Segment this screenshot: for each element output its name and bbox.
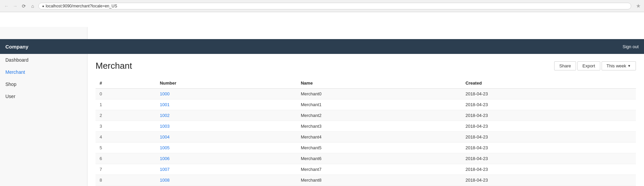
sidebar-item-dashboard[interactable]: Dashboard xyxy=(0,54,87,66)
header-actions: Share Export This week ▼ xyxy=(554,61,636,70)
cell-index: 5 xyxy=(96,143,156,153)
sidebar-label-merchant: Merchant xyxy=(5,69,25,75)
cell-number[interactable]: 1004 xyxy=(156,132,297,143)
col-header-number: Number xyxy=(156,78,297,89)
url-text: localhost:9090/merchant?locale=en_US xyxy=(46,4,117,8)
table-row[interactable]: 61006Merchant62018-04-23 xyxy=(96,153,636,164)
sidebar-item-shop[interactable]: Shop xyxy=(0,78,87,90)
sidebar-item-merchant[interactable]: Merchant xyxy=(0,66,87,78)
table-row[interactable]: 41004Merchant42018-04-23 xyxy=(96,132,636,143)
forward-button[interactable]: → xyxy=(12,3,18,9)
cell-created: 2018-04-23 xyxy=(461,89,636,99)
share-button[interactable]: Share xyxy=(554,61,576,70)
cell-name: Merchant7 xyxy=(297,164,461,175)
lock-icon: ● xyxy=(42,4,44,8)
cell-number[interactable]: 1003 xyxy=(156,121,297,132)
chevron-down-icon: ▼ xyxy=(628,64,631,68)
table-row[interactable]: 51005Merchant52018-04-23 xyxy=(96,143,636,153)
table-row[interactable]: 81008Merchant82018-04-23 xyxy=(96,175,636,186)
cell-created: 2018-04-23 xyxy=(461,132,636,143)
table-row[interactable]: 01000Merchant02018-04-23 xyxy=(96,89,636,99)
cell-created: 2018-04-23 xyxy=(461,143,636,153)
reload-button[interactable]: ⟳ xyxy=(21,3,27,9)
cell-name: Merchant1 xyxy=(297,99,461,110)
cell-number[interactable]: 1008 xyxy=(156,175,297,186)
col-header-index: # xyxy=(96,78,156,89)
this-week-button[interactable]: This week ▼ xyxy=(602,61,636,70)
cell-index: 1 xyxy=(96,99,156,110)
sidebar-label-shop: Shop xyxy=(5,82,16,87)
cell-created: 2018-04-23 xyxy=(461,121,636,132)
merchant-table: # Number Name Created 01000Merchant02018… xyxy=(96,78,636,186)
content-area: Company Sign out Dashboard Merchant Shop… xyxy=(0,27,644,186)
sidebar-label-dashboard: Dashboard xyxy=(5,57,29,63)
cell-name: Merchant2 xyxy=(297,110,461,121)
cell-created: 2018-04-23 xyxy=(461,110,636,121)
bookmark-button[interactable]: ★ xyxy=(636,3,641,9)
brand-name: Company xyxy=(5,44,28,50)
export-button[interactable]: Export xyxy=(577,61,600,70)
cell-index: 2 xyxy=(96,110,156,121)
cell-number[interactable]: 1002 xyxy=(156,110,297,121)
browser-chrome: ← → ⟳ ⌂ ● localhost:9090/merchant?locale… xyxy=(0,0,644,12)
top-nav: Company Sign out xyxy=(0,39,644,54)
sidebar-label-user: User xyxy=(5,94,15,99)
cell-name: Merchant3 xyxy=(297,121,461,132)
table-header-row: # Number Name Created xyxy=(96,78,636,89)
cell-index: 0 xyxy=(96,89,156,99)
address-bar[interactable]: ● localhost:9090/merchant?locale=en_US xyxy=(38,3,631,9)
home-button[interactable]: ⌂ xyxy=(30,3,36,9)
cell-index: 8 xyxy=(96,175,156,186)
main-content: Merchant Share Export This week ▼ # Numb… xyxy=(87,54,644,186)
cell-created: 2018-04-23 xyxy=(461,164,636,175)
cell-name: Merchant5 xyxy=(297,143,461,153)
col-header-created: Created xyxy=(461,78,636,89)
back-button[interactable]: ← xyxy=(3,3,9,9)
table-row[interactable]: 21002Merchant22018-04-23 xyxy=(96,110,636,121)
cell-index: 7 xyxy=(96,164,156,175)
sign-out-link[interactable]: Sign out xyxy=(622,44,639,49)
cell-number[interactable]: 1001 xyxy=(156,99,297,110)
cell-name: Merchant6 xyxy=(297,153,461,164)
cell-created: 2018-04-23 xyxy=(461,175,636,186)
cell-number[interactable]: 1006 xyxy=(156,153,297,164)
cell-index: 6 xyxy=(96,153,156,164)
page-header: Merchant Share Export This week ▼ xyxy=(96,61,636,71)
cell-name: Merchant0 xyxy=(297,89,461,99)
cell-created: 2018-04-23 xyxy=(461,99,636,110)
cell-number[interactable]: 1007 xyxy=(156,164,297,175)
page-title: Merchant xyxy=(96,61,132,71)
table-row[interactable]: 71007Merchant72018-04-23 xyxy=(96,164,636,175)
this-week-label: This week xyxy=(607,63,627,68)
sidebar-item-user[interactable]: User xyxy=(0,90,87,102)
col-header-name: Name xyxy=(297,78,461,89)
cell-name: Merchant8 xyxy=(297,175,461,186)
cell-number[interactable]: 1005 xyxy=(156,143,297,153)
cell-name: Merchant4 xyxy=(297,132,461,143)
cell-created: 2018-04-23 xyxy=(461,153,636,164)
cell-index: 3 xyxy=(96,121,156,132)
cell-number[interactable]: 1000 xyxy=(156,89,297,99)
cell-index: 4 xyxy=(96,132,156,143)
table-row[interactable]: 11001Merchant12018-04-23 xyxy=(96,99,636,110)
table-row[interactable]: 31003Merchant32018-04-23 xyxy=(96,121,636,132)
